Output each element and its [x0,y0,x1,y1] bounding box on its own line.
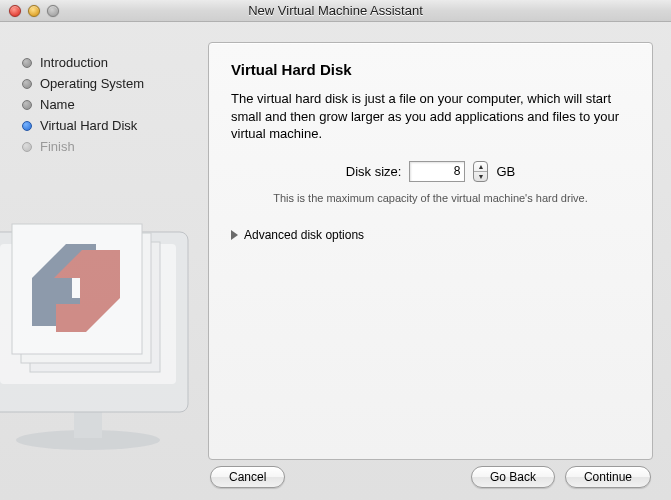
step-name: Name [18,94,194,115]
disk-size-label: Disk size: [346,164,402,179]
go-back-button[interactable]: Go Back [471,466,555,488]
svg-rect-3 [0,244,176,384]
advanced-label: Advanced disk options [244,228,364,242]
stepper-down-icon[interactable]: ▼ [474,172,487,181]
step-bullet-icon [22,142,32,152]
window-controls [0,5,59,17]
svg-point-0 [16,430,160,450]
step-label: Operating System [40,76,144,91]
step-bullet-icon [22,79,32,89]
disk-size-input[interactable] [409,161,465,182]
step-finish: Finish [18,136,194,157]
panel-heading: Virtual Hard Disk [231,61,630,78]
step-label: Virtual Hard Disk [40,118,137,133]
svg-rect-1 [74,410,102,438]
sidebar: Introduction Operating System Name Virtu… [18,42,194,460]
continue-button[interactable]: Continue [565,466,651,488]
close-icon[interactable] [9,5,21,17]
assistant-steps: Introduction Operating System Name Virtu… [18,52,194,157]
assistant-art [0,192,218,452]
cancel-button[interactable]: Cancel [210,466,285,488]
stepper-up-icon[interactable]: ▲ [474,162,487,172]
step-introduction: Introduction [18,52,194,73]
footer: Cancel Go Back Continue [0,460,671,500]
svg-rect-2 [0,232,188,412]
step-label: Introduction [40,55,108,70]
step-bullet-icon [22,121,32,131]
svg-rect-4 [30,242,160,372]
step-virtual-hard-disk: Virtual Hard Disk [18,115,194,136]
advanced-disk-options-disclosure[interactable]: Advanced disk options [231,226,630,244]
disk-size-row: Disk size: ▲ ▼ GB [231,161,630,182]
step-bullet-icon [22,100,32,110]
disk-size-hint: This is the maximum capacity of the virt… [231,192,630,204]
main-panel: Virtual Hard Disk The virtual hard disk … [208,42,653,460]
step-operating-system: Operating System [18,73,194,94]
step-bullet-icon [22,58,32,68]
minimize-icon[interactable] [28,5,40,17]
disk-size-stepper[interactable]: ▲ ▼ [473,161,488,182]
window-title: New Virtual Machine Assistant [0,3,671,18]
step-label: Finish [40,139,75,154]
svg-rect-5 [21,233,151,363]
svg-rect-6 [12,224,142,354]
disk-size-unit: GB [496,164,515,179]
panel-description: The virtual hard disk is just a file on … [231,90,630,143]
disclosure-triangle-icon [231,230,238,240]
step-label: Name [40,97,75,112]
zoom-icon [47,5,59,17]
titlebar: New Virtual Machine Assistant [0,0,671,22]
